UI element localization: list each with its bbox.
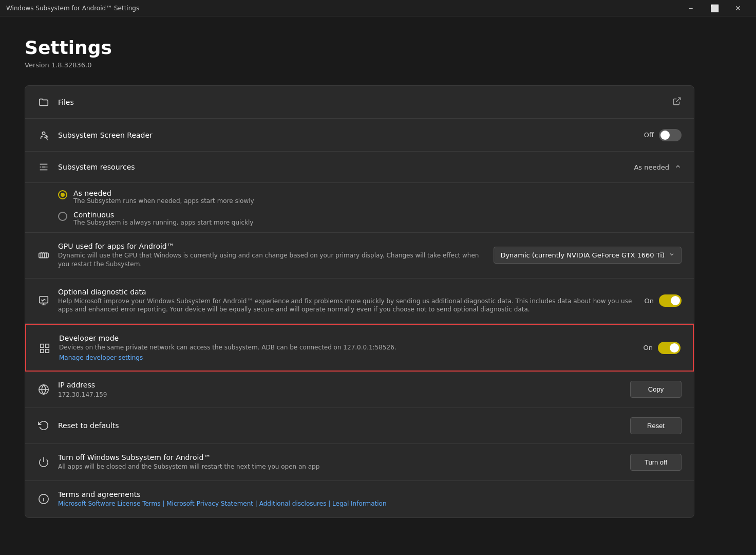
main-content: Settings Version 1.8.32836.0 Files: [0, 16, 719, 539]
as-needed-text: As needed The Subsystem runs when needed…: [73, 189, 254, 205]
as-needed-option[interactable]: As needed The Subsystem runs when needed…: [58, 189, 682, 205]
minimize-button[interactable]: −: [679, 0, 703, 16]
diagnostic-toggle-slider: [659, 294, 682, 307]
settings-list: Files: [25, 85, 694, 518]
external-link-icon: [672, 97, 682, 108]
gpu-label: GPU used for apps for Android™: [58, 242, 485, 250]
resources-chevron-icon: [674, 163, 682, 172]
screen-reader-control: Off: [644, 129, 682, 141]
toggle-slider: [659, 129, 682, 141]
resources-header[interactable]: Subsystem resources As needed: [25, 152, 694, 183]
ip-label: IP address: [58, 381, 622, 389]
gpu-description: Dynamic will use the GPU that Windows is…: [58, 251, 485, 269]
gpu-icon: [37, 249, 50, 262]
screen-reader-toggle[interactable]: [659, 129, 682, 141]
diagnostic-icon: [37, 294, 50, 307]
as-needed-desc: The Subsystem runs when needed, apps sta…: [73, 197, 254, 205]
gpu-dropdown[interactable]: Dynamic (currently NVIDIA GeForce GTX 16…: [494, 247, 682, 264]
continuous-text: Continuous The Subsystem is always runni…: [73, 211, 253, 226]
resources-label: Subsystem resources: [58, 163, 626, 171]
info-icon: [37, 493, 50, 505]
gpu-dropdown-value: Dynamic (currently NVIDIA GeForce GTX 16…: [500, 251, 665, 259]
gpu-chevron-icon: [669, 251, 675, 259]
diagnostic-content: Optional diagnostic data Help Microsoft …: [58, 288, 636, 314]
diagnostic-state: On: [645, 297, 654, 305]
screen-reader-content: Subsystem Screen Reader: [58, 131, 636, 139]
ip-control: Copy: [630, 381, 682, 398]
page-version: Version 1.8.32836.0: [25, 61, 694, 69]
close-button[interactable]: ✕: [726, 0, 750, 16]
gpu-control: Dynamic (currently NVIDIA GeForce GTX 16…: [494, 247, 682, 264]
turn-off-button[interactable]: Turn off: [630, 454, 682, 471]
diagnostic-data-row: Optional diagnostic data Help Microsoft …: [25, 279, 694, 324]
developer-control: On: [644, 342, 681, 354]
developer-label: Developer mode: [59, 334, 635, 342]
screen-reader-label: Subsystem Screen Reader: [58, 131, 636, 139]
screen-reader-icon: [37, 129, 50, 141]
reset-content: Reset to defaults: [58, 421, 622, 430]
developer-toggle[interactable]: [658, 342, 681, 354]
reset-row: Reset to defaults Reset: [25, 408, 694, 444]
svg-point-1: [42, 132, 45, 135]
svg-rect-18: [41, 344, 44, 347]
files-label: Files: [58, 98, 664, 106]
subsystem-resources-section: Subsystem resources As needed As n: [25, 152, 694, 233]
terms-row: Terms and agreements Microsoft Software …: [25, 481, 694, 517]
continuous-radio[interactable]: [58, 212, 67, 221]
power-icon: [37, 456, 50, 468]
diagnostic-control: On: [645, 294, 682, 307]
turn-off-label: Turn off Windows Subsystem for Android™: [58, 453, 622, 461]
svg-rect-7: [39, 253, 48, 257]
resources-icon: [37, 161, 50, 173]
developer-icon: [39, 342, 51, 354]
turn-off-control: Turn off: [630, 454, 682, 471]
as-needed-radio[interactable]: [58, 190, 67, 199]
screen-reader-row: Subsystem Screen Reader Off: [25, 119, 694, 152]
diagnostic-toggle[interactable]: [659, 294, 682, 307]
files-row[interactable]: Files: [25, 86, 694, 119]
svg-line-0: [676, 98, 681, 102]
reset-icon: [37, 419, 50, 432]
turn-off-row: Turn off Windows Subsystem for Android™ …: [25, 444, 694, 481]
gpu-content: GPU used for apps for Android™ Dynamic w…: [58, 242, 485, 269]
title-bar-text: Windows Subsystem for Android™ Settings: [6, 5, 139, 12]
terms-content: Terms and agreements Microsoft Software …: [58, 490, 682, 508]
gpu-row: GPU used for apps for Android™ Dynamic w…: [25, 233, 694, 279]
terms-links: Microsoft Software License Terms | Micro…: [58, 499, 682, 508]
resources-control: As needed: [634, 163, 682, 172]
svg-rect-20: [41, 349, 44, 352]
continuous-label: Continuous: [73, 211, 253, 219]
title-bar: Windows Subsystem for Android™ Settings …: [0, 0, 756, 16]
page-title: Settings: [25, 37, 694, 58]
maximize-button[interactable]: ⬜: [703, 0, 726, 16]
continuous-desc: The Subsystem is always running, apps st…: [73, 219, 253, 226]
as-needed-label: As needed: [73, 189, 254, 197]
svg-rect-21: [46, 349, 49, 352]
ip-content: IP address 172.30.147.159: [58, 381, 622, 398]
developer-content: Developer mode Devices on the same priva…: [59, 334, 635, 361]
reset-control: Reset: [630, 417, 682, 434]
terms-label: Terms and agreements: [58, 490, 682, 498]
turn-off-description: All apps will be closed and the Subsyste…: [58, 462, 622, 471]
developer-description: Devices on the same private network can …: [59, 343, 635, 352]
reset-button[interactable]: Reset: [630, 417, 682, 434]
copy-button[interactable]: Copy: [630, 381, 682, 398]
resources-content: Subsystem resources: [58, 163, 626, 171]
ip-value: 172.30.147.159: [58, 391, 622, 398]
reset-label: Reset to defaults: [58, 421, 622, 430]
ip-address-row: IP address 172.30.147.159 Copy: [25, 372, 694, 408]
ip-icon: [37, 383, 50, 396]
developer-toggle-slider: [658, 342, 681, 354]
resources-current-value: As needed: [634, 163, 669, 171]
resources-options: As needed The Subsystem runs when needed…: [25, 183, 694, 233]
svg-rect-19: [46, 344, 49, 347]
diagnostic-label: Optional diagnostic data: [58, 288, 636, 296]
files-content: Files: [58, 98, 664, 106]
continuous-option[interactable]: Continuous The Subsystem is always runni…: [58, 211, 682, 226]
developer-mode-row: Developer mode Devices on the same priva…: [25, 324, 694, 372]
window-controls: − ⬜ ✕: [679, 0, 750, 16]
screen-reader-state: Off: [644, 131, 654, 139]
folder-icon: [37, 96, 50, 108]
manage-developer-settings-link[interactable]: Manage developer settings: [59, 354, 635, 361]
diagnostic-description: Help Microsoft improve your Windows Subs…: [58, 297, 636, 314]
